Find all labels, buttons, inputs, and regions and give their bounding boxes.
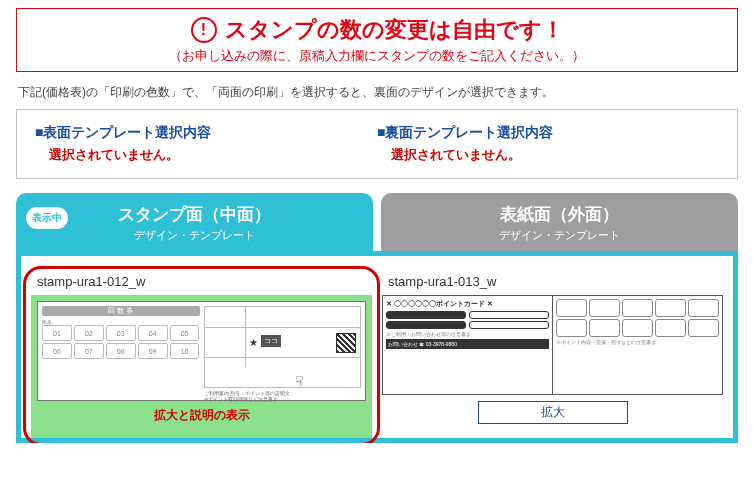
cursor-icon: ☟ [295, 373, 304, 389]
stamp-cell: 01 [42, 325, 72, 341]
stamp-cell: 10 [170, 343, 200, 359]
zoom-button[interactable]: 拡大 [478, 401, 628, 424]
description-text: 下記(価格表)の「印刷の色数」で、「両面の印刷」を選択すると、裏面のデザインが選… [18, 84, 736, 101]
stamp-cell: 02 [74, 325, 104, 341]
template-card-013[interactable]: stamp-ura1-013_w ✕ 〇〇〇〇〇〇ポイントカード ✕ ※ご利用・… [382, 274, 723, 438]
front-selection-head: ■表面テンプレート選択内容 [35, 124, 377, 142]
point-footer: お問い合わせ ☎ 03-3978-9880 [386, 339, 549, 349]
template-name: stamp-ura1-013_w [388, 274, 723, 289]
tab-stamp-title: スタンプ面（中面） [16, 203, 373, 226]
stamp-cell [688, 299, 719, 317]
map-box: ★ ココ ☟ [204, 306, 362, 388]
stamp-cell: 04 [138, 325, 168, 341]
stamp-cell [556, 299, 587, 317]
ticket-header: 回 数 券 [42, 306, 200, 316]
back-selection: ■裏面テンプレート選択内容 選択されていません。 [377, 124, 719, 164]
stamp-cell: 09 [138, 343, 168, 359]
qr-code-icon [336, 333, 356, 353]
thumb-fine-print: ご利用案内 割引・ポイント等の説明文※ポイント有効期限など注意書き [204, 390, 362, 402]
tab-cover-sub: デザイン・テンプレート [381, 228, 738, 243]
stamp-cell: 05 [170, 325, 200, 341]
stamp-cell [589, 319, 620, 337]
tab-stamp-sub: デザイン・テンプレート [16, 228, 373, 243]
point-note: ※ご利用・お問い合わせ等の注意書き [386, 331, 549, 337]
notice-title-row: ! スタンプの数の変更は自由です！ [191, 15, 564, 45]
front-selection-body: 選択されていません。 [49, 146, 377, 164]
stamp-cell: 03 [106, 325, 136, 341]
info-icon: ! [191, 17, 217, 43]
tab-cover-side[interactable]: 表紙面（外面） デザイン・テンプレート [381, 193, 738, 251]
stamp-cell [589, 299, 620, 317]
notice-title: スタンプの数の変更は自由です！ [225, 15, 564, 45]
stamp-cell: 06 [42, 343, 72, 359]
stamp-cell [688, 319, 719, 337]
zoom-overlay-text: 拡大と説明の表示 [37, 401, 366, 432]
selection-summary-box: ■表面テンプレート選択内容 選択されていません。 ■裏面テンプレート選択内容 選… [16, 109, 738, 179]
template-thumbnail: ✕ 〇〇〇〇〇〇ポイントカード ✕ ※ご利用・お問い合わせ等の注意書き お問い合… [382, 295, 723, 395]
notice-box: ! スタンプの数の変更は自由です！ （お申し込みの際に、原稿入力欄にスタンプの数… [16, 8, 738, 72]
stamp-cell [622, 319, 653, 337]
template-name: stamp-ura1-012_w [37, 274, 372, 289]
point-card-title: ✕ 〇〇〇〇〇〇ポイントカード ✕ [386, 299, 549, 309]
tab-cover-title: 表紙面（外面） [381, 203, 738, 226]
stamp-grid [556, 299, 719, 337]
front-selection: ■表面テンプレート選択内容 選択されていません。 [35, 124, 377, 164]
notice-subtitle: （お申し込みの際に、原稿入力欄にスタンプの数をご記入ください。） [27, 47, 727, 65]
template-thumbnail: 回 数 券 氏名: 01020304050607080910 ★ ココ ☟ ご利… [37, 301, 366, 401]
stamp-cell [556, 319, 587, 337]
map-star-icon: ★ [249, 337, 258, 348]
tabs: 表示中 スタンプ面（中面） デザイン・テンプレート 表紙面（外面） デザイン・テ… [16, 193, 738, 251]
template-panel: stamp-ura1-012_w 回 数 券 氏名: 0102030405060… [16, 251, 738, 443]
map-marker-label: ココ [261, 335, 281, 347]
tab-stamp-side[interactable]: 表示中 スタンプ面（中面） デザイン・テンプレート [16, 193, 373, 251]
back-selection-body: 選択されていません。 [391, 146, 719, 164]
point-grid-note: ※ポイント内容・交換・割引などの注意書き [556, 339, 719, 345]
stamp-cell: 08 [106, 343, 136, 359]
stamp-grid: 01020304050607080910 [42, 325, 200, 359]
stamp-cell [655, 299, 686, 317]
stamp-cell: 07 [74, 343, 104, 359]
active-badge: 表示中 [26, 207, 68, 229]
stamp-cell [655, 319, 686, 337]
back-selection-head: ■裏面テンプレート選択内容 [377, 124, 719, 142]
template-card-012[interactable]: stamp-ura1-012_w 回 数 券 氏名: 0102030405060… [31, 274, 372, 438]
stamp-cell [622, 299, 653, 317]
